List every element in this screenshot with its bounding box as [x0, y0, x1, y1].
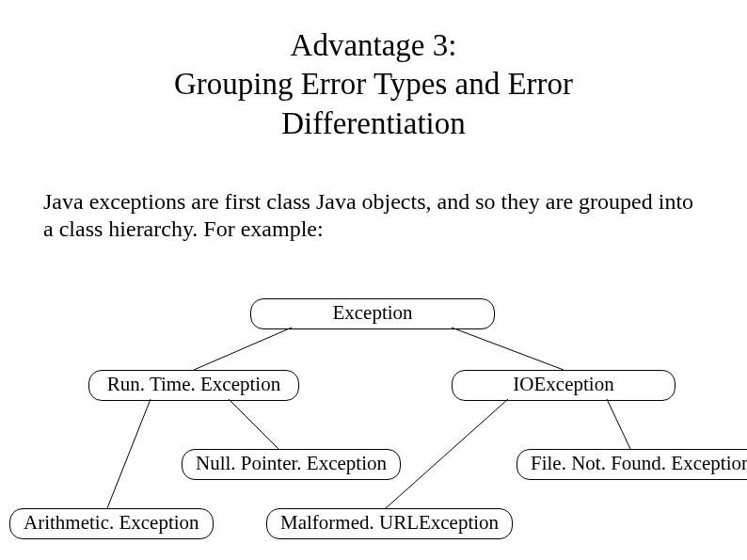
- svg-line-5: [386, 399, 508, 508]
- svg-line-3: [107, 399, 151, 508]
- title-line-1: Advantage 3:: [291, 28, 457, 62]
- svg-line-0: [194, 328, 292, 370]
- node-ioexception: IOException: [452, 370, 675, 401]
- slide-title: Advantage 3: Grouping Error Types and Er…: [0, 0, 747, 143]
- node-runtime-exception: Run. Time. Exception: [88, 370, 299, 401]
- node-arithmetic-exception: Arithmetic. Exception: [9, 508, 214, 539]
- title-line-3: Differentiation: [281, 106, 466, 140]
- node-malformedurl-exception: Malformed. URLException: [266, 508, 513, 539]
- node-exception: Exception: [250, 298, 495, 329]
- node-filenotfound-exception: File. Not. Found. Exception: [517, 449, 747, 480]
- svg-line-1: [452, 328, 564, 370]
- svg-line-4: [607, 399, 630, 449]
- title-line-2: Grouping Error Types and Error: [174, 67, 573, 101]
- svg-line-2: [229, 399, 278, 449]
- body-paragraph: Java exceptions are first class Java obj…: [0, 143, 747, 244]
- node-nullpointer-exception: Null. Pointer. Exception: [182, 449, 401, 480]
